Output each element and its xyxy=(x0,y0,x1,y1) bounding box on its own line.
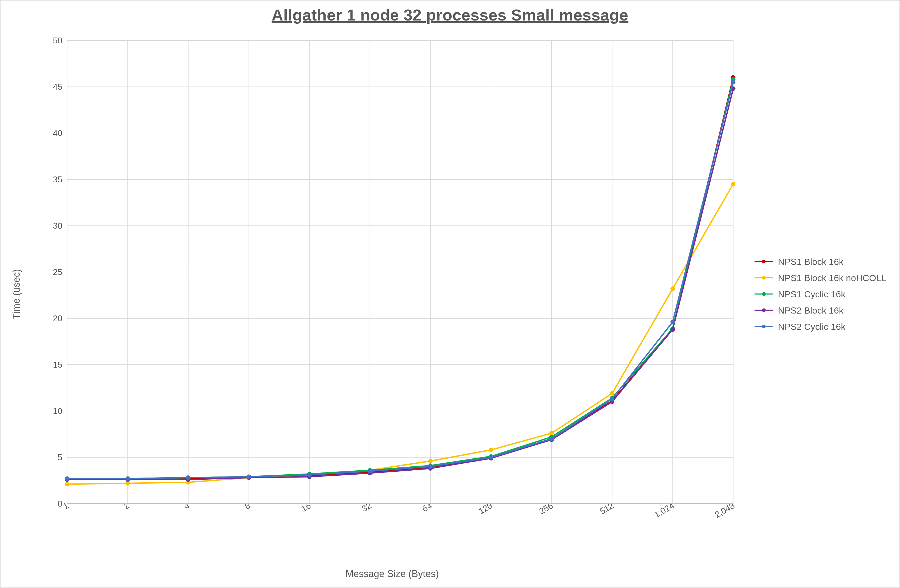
series-marker xyxy=(670,327,675,332)
legend-item: NPS1 Block 16k noHCOLL xyxy=(754,272,886,283)
y-tick-label: 5 xyxy=(57,452,62,462)
y-tick-label: 45 xyxy=(53,82,62,91)
series-marker xyxy=(731,182,736,186)
legend-item: NPS2 Cyclic 16k xyxy=(754,321,886,332)
x-tick-label: 256 xyxy=(537,501,554,516)
legend-label: NPS2 Block 16k xyxy=(778,305,844,316)
x-tick-label: 1 xyxy=(61,501,70,511)
legend-label: NPS2 Cyclic 16k xyxy=(778,321,846,332)
series-marker xyxy=(670,287,675,291)
y-tick-label: 20 xyxy=(53,314,62,323)
series-line xyxy=(67,77,733,480)
x-tick-label: 512 xyxy=(598,501,615,516)
plot-area: 0510152025303540455012481632641282565121… xyxy=(46,35,739,533)
series-marker xyxy=(610,397,614,401)
chart-legend: NPS1 Block 16kNPS1 Block 16k noHCOLLNPS1… xyxy=(754,251,886,337)
y-tick-label: 50 xyxy=(53,36,62,45)
y-tick-label: 35 xyxy=(53,175,62,184)
series-line xyxy=(67,184,733,484)
series-marker xyxy=(186,476,191,480)
legend-item: NPS1 Block 16k xyxy=(754,256,886,267)
series-marker xyxy=(247,475,251,479)
x-tick-label: 64 xyxy=(421,501,433,514)
chart-frame: Allgather 1 node 32 processes Small mess… xyxy=(0,0,900,588)
legend-swatch xyxy=(754,294,773,295)
x-tick-label: 4 xyxy=(183,501,191,511)
series-marker xyxy=(428,464,433,469)
series-marker xyxy=(65,482,69,486)
series-line xyxy=(67,82,733,478)
x-axis-label: Message Size (Bytes) xyxy=(46,568,739,579)
legend-swatch xyxy=(754,310,773,311)
series-marker xyxy=(549,436,554,441)
series-marker xyxy=(307,473,312,477)
y-tick-label: 40 xyxy=(53,128,62,138)
x-tick-label: 16 xyxy=(299,501,312,514)
x-tick-label: 8 xyxy=(243,501,252,511)
series-marker xyxy=(489,455,493,460)
series-marker xyxy=(610,391,614,396)
chart-title: Allgather 1 node 32 processes Small mess… xyxy=(0,6,900,24)
y-tick-label: 30 xyxy=(53,221,62,231)
series-marker xyxy=(65,477,69,481)
legend-label: NPS1 Block 16k noHCOLL xyxy=(778,272,886,283)
legend-swatch xyxy=(754,326,773,327)
legend-label: NPS1 Block 16k xyxy=(778,256,844,267)
y-tick-label: 10 xyxy=(53,406,62,416)
y-tick-label: 15 xyxy=(53,360,62,370)
series-line xyxy=(67,89,733,480)
series-marker xyxy=(126,477,130,481)
series-marker xyxy=(670,320,675,324)
legend-swatch xyxy=(754,261,773,262)
y-tick-label: 25 xyxy=(53,267,62,277)
x-tick-label: 2 xyxy=(122,501,130,511)
legend-label: NPS1 Cyclic 16k xyxy=(778,289,846,299)
series-marker xyxy=(731,80,736,84)
x-tick-label: 32 xyxy=(360,501,373,514)
chart-svg: 0510152025303540455012481632641282565121… xyxy=(46,35,739,533)
series-marker xyxy=(368,469,372,473)
series-line xyxy=(67,79,733,480)
series-marker xyxy=(428,459,433,463)
x-tick-label: 128 xyxy=(477,501,494,516)
legend-item: NPS1 Cyclic 16k xyxy=(754,289,886,299)
y-axis-label: Time (usec) xyxy=(11,269,22,319)
legend-swatch xyxy=(754,277,773,279)
series-marker xyxy=(489,448,493,452)
legend-item: NPS2 Block 16k xyxy=(754,305,886,316)
